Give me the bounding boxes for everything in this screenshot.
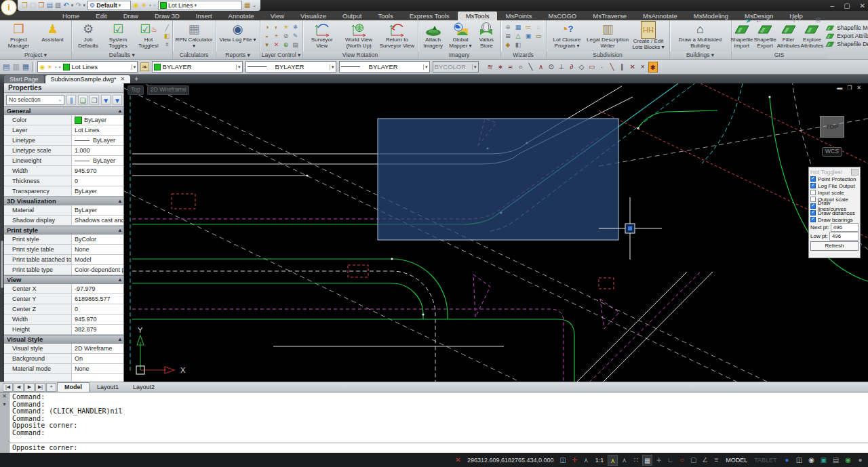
section-view[interactable]: View▴	[4, 275, 124, 284]
group-label-reports[interactable]: Reports ▾	[216, 52, 260, 59]
prop-row-clipped[interactable]	[4, 374, 124, 382]
tab-mstools[interactable]: MsTools	[458, 12, 498, 20]
drawing-canvas[interactable]: Y X Top 2D Wireframe TOP WCS ▬ ❐ ✕ Hot T…	[124, 83, 868, 382]
palette-scrollbar-thumb[interactable]	[1, 241, 3, 288]
lineweight-display-icon[interactable]: ≡	[711, 455, 722, 466]
last-tab-button[interactable]: ▶|	[35, 383, 45, 392]
valtus-store-button[interactable]: Valtus Store	[475, 21, 498, 51]
snap-clear-icon[interactable]: ×	[638, 62, 648, 73]
angle-snap-icon[interactable]: ∠	[700, 455, 710, 466]
snap-tracking-icon[interactable]: ≍	[506, 62, 515, 73]
prop-row-center-z[interactable]: Center Z0	[4, 304, 124, 314]
snap-center-icon[interactable]: ⊙	[547, 62, 556, 73]
tablet-toggle[interactable]: TABLET	[751, 457, 779, 464]
prop-row-visual-style[interactable]: Visual style2D Wireframe	[4, 344, 124, 354]
checkbox-checked-icon[interactable]	[810, 217, 816, 222]
prop-row-center-x[interactable]: Center X-97.979	[4, 284, 124, 294]
checkbox-checked-icon[interactable]	[810, 203, 816, 209]
open-icon[interactable]: ❒	[22, 1, 28, 10]
tab-insert[interactable]: Insert	[188, 12, 220, 20]
snap-nearest-icon[interactable]: ╲	[608, 62, 617, 73]
tab-drawing[interactable]: SubdivisonSample.dwg* ✕	[45, 75, 131, 83]
prop-row-color[interactable]: ColorByLayer	[4, 115, 124, 125]
tab-express-tools[interactable]: Express Tools	[401, 12, 458, 20]
toggle-draw-distances[interactable]: Draw distances	[810, 209, 859, 216]
attach-imagery-button[interactable]: Attach Imagery	[420, 21, 446, 51]
tab-start-page[interactable]: Start Page	[4, 75, 44, 83]
wizard-grid-icon[interactable]: ▦	[513, 23, 524, 32]
toggle-point-protection[interactable]: Point Protection	[810, 176, 859, 182]
select-objects-icon[interactable]: ❏	[78, 95, 87, 105]
new-tab-button[interactable]: +	[134, 75, 138, 83]
viewport-view-control[interactable]: Top	[127, 85, 144, 95]
help-sphere-icon[interactable]: ●	[782, 455, 792, 466]
layers-panel-icon[interactable]: ▤	[831, 455, 841, 466]
snap-perpendicular-icon[interactable]: ⊥	[557, 62, 566, 73]
snap-tangent-icon[interactable]: ∂	[567, 62, 576, 73]
plotstyle-combo[interactable]: BYCOLOR ▾	[433, 61, 479, 73]
workspace-combo[interactable]: ⚙ Default ▾	[87, 1, 131, 10]
layer-match-icon[interactable]: ▾	[262, 41, 272, 49]
prop-row-linetype[interactable]: LinetypeByLayer	[4, 136, 124, 146]
app-logo-icon[interactable]: i	[1, 0, 17, 16]
prop-row-view-width[interactable]: Width945.970	[4, 314, 124, 325]
wizard-parcel-icon[interactable]: ◆	[503, 41, 513, 49]
preview-icon[interactable]: ▥	[55, 1, 61, 10]
monitor-icon[interactable]: ▣	[818, 455, 829, 466]
layer-unisolate-icon[interactable]: ◓	[272, 32, 281, 41]
dynamic-ucs-icon[interactable]: ⋏	[608, 455, 618, 466]
layer-on-icon[interactable]: ◑	[262, 23, 272, 32]
next-pt-field[interactable]: 496	[831, 223, 859, 232]
command-close-icon[interactable]: ✕	[2, 394, 7, 399]
create-edit-lots-button[interactable]: HH Create / Edit Lots Blocks ▾	[629, 21, 667, 51]
qat-overflow-icon[interactable]: ⌄	[252, 3, 256, 8]
draworder-front-icon[interactable]: ▦	[22, 62, 29, 71]
ucs-toggle-icon[interactable]: ⋏	[581, 455, 591, 466]
tab-annotate[interactable]: Annotate	[220, 12, 262, 20]
panel-rollup-button[interactable]	[851, 169, 859, 176]
checkbox-checked-icon[interactable]	[810, 183, 816, 188]
tab-msannotate[interactable]: MsAnnotate	[635, 12, 686, 20]
object-snap-icon[interactable]: ▢	[688, 455, 698, 466]
tab-visualize[interactable]: Visualize	[292, 12, 334, 20]
surveyor-view-button[interactable]: Surveyor View	[305, 21, 339, 51]
wcs-label[interactable]: WCS	[822, 147, 842, 157]
linetype-combo[interactable]: BYLAYER ▾	[245, 61, 336, 73]
layer-edit-icon[interactable]: ✎	[291, 32, 300, 41]
wizard-block-icon[interactable]: ▣	[524, 32, 534, 41]
doc-close-icon[interactable]: ✕	[856, 85, 861, 91]
layer-thaw-icon[interactable]: ☀	[281, 23, 291, 32]
tab-mspoints[interactable]: MsPoints	[497, 12, 540, 20]
user-icon[interactable]: ◉	[806, 455, 816, 466]
prop-row-shadow-display[interactable]: Shadow displayShadows cast and re...	[4, 216, 124, 226]
map-view-icon[interactable]: ◫	[558, 455, 568, 466]
low-pt-field[interactable]: 496	[829, 232, 859, 241]
snap-mode-icon[interactable]: ∔	[654, 455, 664, 466]
group-label-imagery[interactable]: Imagery	[418, 52, 500, 59]
assistant-button[interactable]: ♟ Assistant	[36, 21, 69, 51]
tab-mscogo[interactable]: MsCOGO	[540, 12, 585, 20]
wizard-point-icon[interactable]: △	[513, 32, 524, 41]
new-file-icon[interactable]: ▢	[30, 1, 36, 10]
tab-tools[interactable]: Tools	[370, 12, 401, 20]
prop-row-layer[interactable]: LayerLot Lines	[4, 125, 124, 136]
prop-row-lineweight[interactable]: LineweightByLayer	[4, 156, 124, 166]
command-expand-icon[interactable]: ▾	[3, 402, 5, 407]
wizard-pick-icon[interactable]: ⊕	[503, 23, 513, 32]
grid-dots-icon[interactable]: ∷	[631, 455, 641, 466]
tab-layout2[interactable]: Layout2	[126, 383, 161, 392]
layer-add-icon[interactable]: ⊕	[281, 41, 291, 49]
redo-dropdown-icon[interactable]: ▾	[83, 3, 86, 8]
project-manager-button[interactable]: ❒ Project Manager	[2, 21, 35, 51]
lock-icon[interactable]: ▪	[153, 1, 156, 10]
layer-lock-icon[interactable]: ⊘	[281, 32, 291, 41]
layer-freeze-icon[interactable]: ❄	[291, 23, 300, 32]
prev-tab-button[interactable]: ◀	[14, 383, 24, 392]
wizard-list-icon[interactable]: ≔	[524, 23, 534, 32]
prop-row-center-y[interactable]: Center Y6189865.577	[4, 294, 124, 304]
snap-node-icon[interactable]: ∙	[597, 62, 607, 73]
first-tab-button[interactable]: |◀	[3, 383, 13, 392]
group-label-calculators[interactable]: Calculators	[173, 52, 216, 59]
line-defaults-icon[interactable]: ╱	[164, 24, 170, 32]
snap-intersection-icon[interactable]: ∧	[536, 62, 546, 73]
